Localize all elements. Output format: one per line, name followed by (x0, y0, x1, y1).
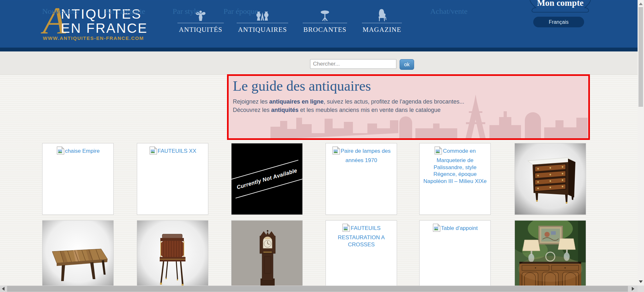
account-label: Mon compte (537, 0, 584, 8)
vertical-scroll-thumb[interactable] (639, 7, 643, 107)
subnav-nouveautes[interactable]: Nouveautés (42, 7, 79, 16)
pedestal-table-icon (303, 9, 347, 22)
vertical-scrollbar[interactable] (638, 0, 644, 286)
subnav-par-categorie[interactable]: Par catégorie (105, 7, 145, 16)
scroll-down-arrow[interactable] (639, 280, 643, 283)
logo-url: WWW.ANTIQUITES-EN-FRANCE.COM (43, 35, 144, 41)
nav-label: ANTIQUITÉS (177, 26, 224, 34)
nav-item-magazine[interactable]: MAGAZINE (362, 9, 402, 34)
nav-underline (177, 23, 224, 23)
banner-line2: Découvrez les (233, 107, 271, 113)
guide-banner[interactable]: Le guide des antiquaires Rejoignez les a… (227, 74, 590, 140)
nav-item-brocantes[interactable]: BROCANTES (303, 9, 347, 34)
broken-image-icon (56, 146, 65, 157)
product-alt-text: Commode en Marqueterie de Palissandre, s… (423, 148, 487, 184)
broken-image-icon (434, 146, 442, 157)
product-alt-text: Table d'appoint (441, 225, 478, 231)
header-bottom-strip (0, 48, 644, 51)
nav-label: ANTIQUAIRES (237, 26, 288, 34)
farm-table-photo (43, 221, 113, 292)
broken-image-icon (332, 146, 340, 157)
subnav-achat-vente[interactable]: Achat/vente (430, 7, 468, 16)
product-card-table-photo[interactable] (42, 220, 114, 292)
product-card-unavailable[interactable]: Currently Not Available (231, 143, 303, 215)
product-alt-text: Paire de lampes des années 1970 (341, 148, 391, 163)
nav-underline (237, 23, 288, 23)
nav-label: BROCANTES (303, 26, 347, 34)
scroll-up-arrow[interactable] (639, 3, 643, 5)
subnav-par-style[interactable]: Par style (173, 7, 199, 16)
product-card-paire-de-lampes[interactable]: Paire de lampes des années 1970 (326, 143, 397, 215)
product-alt-text: FAUTEUILS XX (158, 148, 196, 154)
search-input[interactable] (310, 59, 396, 69)
product-card-bureau-photo[interactable] (137, 220, 208, 292)
grandfather-clock-photo (232, 221, 302, 292)
product-card-commode-photo[interactable] (515, 143, 586, 215)
scrollbar-corner (638, 286, 644, 292)
banner-line1: Rejoignez les antiquaires en ligne, suiv… (233, 97, 588, 114)
product-card-table-appoint[interactable]: Table d'appoint (419, 220, 491, 292)
broken-image-icon (342, 223, 350, 234)
product-card-fauteuils-xx[interactable]: FAUTEUILS XX (137, 143, 208, 215)
my-account-link[interactable]: Mon compte (528, 0, 592, 15)
product-card-clock-photo[interactable] (231, 220, 303, 292)
search-ok-button[interactable]: ok (400, 59, 414, 70)
language-button[interactable]: Français (533, 17, 584, 27)
roll-top-desk-photo (137, 221, 208, 292)
logo-line2: EN FRANCE (61, 21, 148, 35)
scroll-right-arrow[interactable] (632, 287, 634, 291)
browser-viewport: A NTIQUITES EN FRANCE WWW.ANTIQUITES-EN-… (0, 0, 644, 292)
product-card-chaise-empire[interactable]: chaise Empire (42, 143, 114, 215)
horizontal-scroll-thumb[interactable] (7, 286, 628, 292)
product-card-sideboard-photo[interactable] (515, 220, 586, 292)
banner-title: Le guide des antiquaires (233, 78, 588, 94)
product-alt-text: chaise Empire (65, 148, 100, 154)
scroll-left-arrow[interactable] (2, 287, 5, 291)
broken-image-icon (149, 146, 157, 157)
sideboard-photo (515, 221, 586, 292)
subnav-par-epoque[interactable]: Par époque (223, 7, 258, 16)
commode-photo (515, 143, 586, 214)
armchair-icon (362, 9, 402, 22)
nav-underline (362, 23, 402, 23)
horizontal-scrollbar[interactable] (0, 286, 638, 292)
nav-underline (303, 23, 347, 23)
broken-image-icon (432, 223, 441, 234)
not-available-band: Currently Not Available (231, 160, 303, 198)
product-card-fauteuils-restauration[interactable]: FAUTEUILS RESTAURATION A CROSSES (326, 220, 397, 292)
nav-label: MAGAZINE (362, 26, 402, 34)
product-card-commode-marqueterie[interactable]: Commode en Marqueterie de Palissandre, s… (419, 143, 491, 215)
